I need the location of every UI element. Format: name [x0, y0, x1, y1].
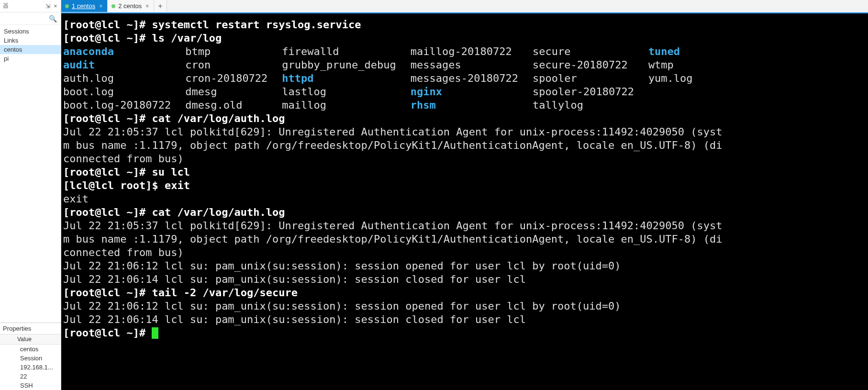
property-row: SSH — [0, 381, 61, 390]
session-tree[interactable]: SessionsLinkscentospi — [0, 25, 61, 323]
tab-label: 2 centos — [118, 2, 142, 10]
tree-item[interactable]: Links — [0, 36, 61, 45]
status-dot-icon — [111, 4, 115, 8]
session-tab[interactable]: 1 centos× — [61, 0, 108, 12]
properties-column: Value — [0, 334, 61, 345]
terminal[interactable]: [root@lcl ~]# systemctl restart rsyslog.… — [61, 12, 868, 390]
tree-item[interactable]: centos — [0, 45, 61, 54]
property-row: 192.168.1... — [0, 363, 61, 372]
pin-icon[interactable]: ⇲ — [45, 4, 50, 9]
session-sidebar: 器 ⇲ × 🔍 SessionsLinkscentospi Properties… — [0, 0, 61, 390]
property-row: 22 — [0, 372, 61, 381]
tree-item[interactable]: Sessions — [0, 27, 61, 36]
tab-close-icon[interactable]: × — [145, 3, 149, 10]
tree-item[interactable]: pi — [0, 54, 61, 63]
search-icon[interactable]: 🔍 — [49, 15, 57, 22]
tab-close-icon[interactable]: × — [99, 3, 102, 10]
sidebar-search[interactable]: 🔍 — [0, 12, 61, 25]
property-row: centos — [0, 345, 61, 354]
close-icon[interactable]: × — [53, 4, 58, 9]
tab-bar: 1 centos×2 centos×+ — [61, 0, 868, 12]
sidebar-title: 器 — [3, 2, 43, 10]
session-tab[interactable]: 2 centos× — [108, 0, 154, 12]
tab-label: 1 centos — [72, 2, 95, 10]
properties-panel: Properties Value centosSession192.168.1.… — [0, 323, 61, 390]
property-row: Session — [0, 354, 61, 363]
sidebar-header: 器 ⇲ × — [0, 0, 61, 12]
main-area: 1 centos×2 centos×+ [root@lcl ~]# system… — [61, 0, 868, 390]
properties-header: Properties — [0, 323, 61, 334]
add-tab-button[interactable]: + — [154, 0, 167, 12]
status-dot-icon — [65, 4, 69, 8]
cursor — [152, 327, 158, 339]
